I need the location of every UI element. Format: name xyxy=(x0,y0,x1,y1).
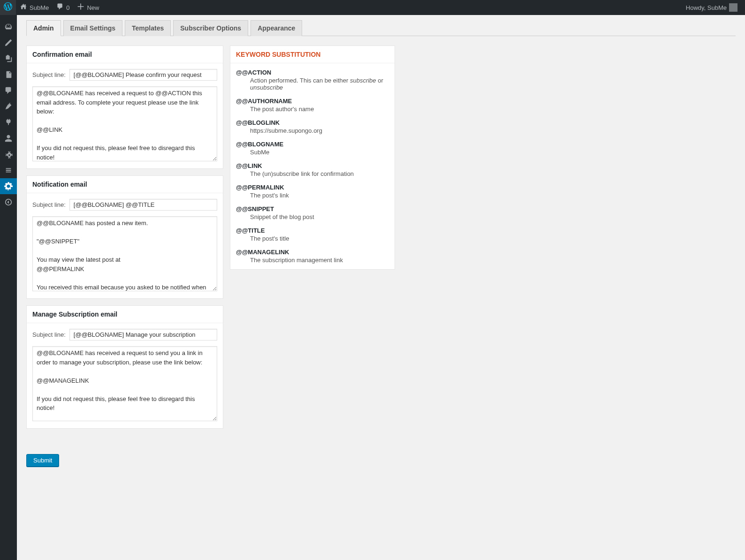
tab-subscriber-options[interactable]: Subscriber Options xyxy=(173,20,248,36)
new-content-link[interactable]: New xyxy=(73,0,103,15)
keyword-term: @@SNIPPET xyxy=(236,205,389,212)
sidebar-item-media[interactable] xyxy=(0,51,17,67)
site-name: SubMe xyxy=(30,4,49,11)
notification-body-textarea[interactable] xyxy=(32,216,217,291)
manage-body-textarea[interactable] xyxy=(32,346,217,421)
user-avatar xyxy=(729,3,737,12)
keyword-term: @@TITLE xyxy=(236,227,389,234)
subject-row: Subject line: xyxy=(32,199,217,211)
admin-topbar: SubMe 0 New Howdy, SubMe xyxy=(0,0,745,15)
keyword-term: @@MANAGELINK xyxy=(236,249,389,256)
keyword-desc: Snippet of the blog post xyxy=(250,213,389,220)
keyword-substitution-panel: KEYWORD SUBSTITUTION @@ACTION Action per… xyxy=(230,45,395,270)
notification-subject-input[interactable] xyxy=(69,199,217,211)
keyword-term: @@AUTHORNAME xyxy=(236,98,389,105)
wordpress-icon xyxy=(4,2,12,13)
subject-label: Subject line: xyxy=(32,71,66,78)
topbar-left: SubMe 0 New xyxy=(0,0,103,15)
user-account-link[interactable]: Howdy, SubMe xyxy=(682,0,741,15)
panel-title: Confirmation email xyxy=(27,46,223,63)
keyword-desc: The (un)subscribe link for confirmation xyxy=(250,170,389,177)
subject-label: Subject line: xyxy=(32,331,66,338)
keyword-desc: The subscription management link xyxy=(250,257,389,264)
keyword-desc: Action performed. This can be either sub… xyxy=(250,77,389,91)
panel-body: Subject line: xyxy=(27,193,223,298)
sidebar-item-settings[interactable] xyxy=(0,178,17,194)
panel-title: Notification email xyxy=(27,176,223,193)
sidebar-item-appearance[interactable] xyxy=(0,98,17,114)
sidebar-item-users[interactable] xyxy=(0,130,17,146)
comments-link[interactable]: 0 xyxy=(53,0,73,15)
tab-admin[interactable]: Admin xyxy=(26,20,61,36)
settings-tabs: Admin Email Settings Templates Subscribe… xyxy=(26,20,736,36)
panel-title: KEYWORD SUBSTITUTION xyxy=(230,46,395,63)
site-home-link[interactable]: SubMe xyxy=(16,0,53,15)
sidebar-item-tools[interactable] xyxy=(0,146,17,162)
tab-appearance[interactable]: Appearance xyxy=(251,20,302,36)
tab-templates[interactable]: Templates xyxy=(125,20,171,36)
sidebar-item-dashboard[interactable] xyxy=(0,19,17,35)
subject-label: Subject line: xyxy=(32,201,66,208)
panel-body: Subject line: xyxy=(27,323,223,428)
keyword-term: @@BLOGNAME xyxy=(236,141,389,148)
keyword-term: @@LINK xyxy=(236,162,389,169)
manage-subscription-email-panel: Manage Subscription email Subject line: xyxy=(26,305,223,429)
sidebar-item-plugins[interactable] xyxy=(0,114,17,130)
confirmation-email-panel: Confirmation email Subject line: xyxy=(26,45,223,169)
plus-icon xyxy=(77,3,84,12)
keyword-desc: The post's link xyxy=(250,192,389,199)
keyword-desc: https://subme.supongo.org xyxy=(250,127,389,134)
left-column: Confirmation email Subject line: Notific… xyxy=(26,45,223,467)
sidebar-item-pages[interactable] xyxy=(0,67,17,83)
keyword-list: @@ACTION Action performed. This can be e… xyxy=(236,69,389,264)
panel-title: Manage Subscription email xyxy=(27,306,223,323)
keyword-desc: The post's title xyxy=(250,235,389,242)
subject-row: Subject line: xyxy=(32,329,217,341)
keyword-term: @@BLOGLINK xyxy=(236,119,389,126)
panel-body: Subject line: xyxy=(27,63,223,168)
keyword-desc: SubMe xyxy=(250,149,389,156)
tab-email-settings[interactable]: Email Settings xyxy=(63,20,122,36)
panel-body: @@ACTION Action performed. This can be e… xyxy=(230,63,395,269)
submit-button[interactable]: Submit xyxy=(26,454,59,467)
submit-row: Submit xyxy=(26,435,223,467)
sidebar-item-comments[interactable] xyxy=(0,83,17,98)
notification-email-panel: Notification email Subject line: xyxy=(26,175,223,299)
confirmation-subject-input[interactable] xyxy=(69,69,217,81)
home-icon xyxy=(20,3,27,12)
sidebar-item-posts[interactable] xyxy=(0,35,17,51)
wordpress-logo[interactable] xyxy=(0,0,16,15)
content-columns: Confirmation email Subject line: Notific… xyxy=(26,45,736,467)
confirmation-body-textarea[interactable] xyxy=(32,86,217,161)
right-column: KEYWORD SUBSTITUTION @@ACTION Action per… xyxy=(230,45,395,270)
sidebar-item-settings-generic[interactable] xyxy=(0,162,17,178)
keyword-desc: The post author's name xyxy=(250,106,389,113)
speech-bubble-icon xyxy=(56,3,64,12)
subject-row: Subject line: xyxy=(32,69,217,81)
sidebar-item-collapse[interactable] xyxy=(0,194,17,210)
howdy-text: Howdy, SubMe xyxy=(686,4,727,11)
main-layout: Admin Email Settings Templates Subscribe… xyxy=(0,15,745,560)
manage-subject-input[interactable] xyxy=(69,329,217,341)
keyword-term: @@PERMALINK xyxy=(236,184,389,191)
keyword-term: @@ACTION xyxy=(236,69,389,76)
topbar-right: Howdy, SubMe xyxy=(682,0,741,15)
new-label: New xyxy=(87,4,99,11)
main-content: Admin Email Settings Templates Subscribe… xyxy=(17,15,745,560)
comments-count: 0 xyxy=(66,4,69,11)
admin-sidebar xyxy=(0,15,17,560)
